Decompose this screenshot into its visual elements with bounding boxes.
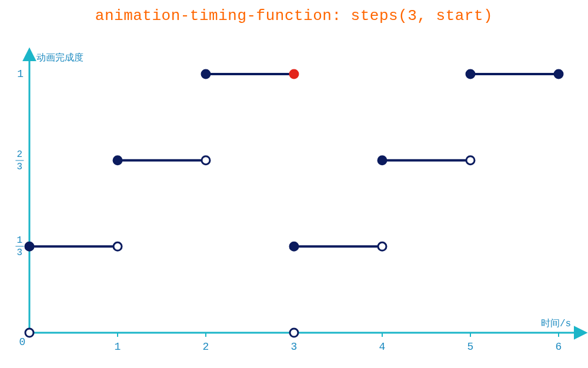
open-point-icon bbox=[202, 156, 210, 165]
open-point-icon bbox=[113, 242, 122, 250]
closed-point-icon bbox=[466, 70, 475, 78]
closed-point-icon bbox=[202, 70, 210, 78]
x-tick-label: 3 bbox=[291, 341, 298, 353]
open-point-icon bbox=[290, 329, 298, 337]
x-tick-label: 6 bbox=[556, 341, 562, 353]
open-point-icon bbox=[378, 242, 386, 250]
closed-point-icon bbox=[554, 70, 563, 78]
x-tick-label: 5 bbox=[467, 341, 474, 353]
closed-point-icon bbox=[25, 242, 34, 250]
x-tick-label: 0 bbox=[19, 336, 26, 348]
y-axis-label: 动画完成度 bbox=[36, 52, 83, 64]
x-tick-label: 1 bbox=[115, 341, 121, 353]
closed-red-point-icon bbox=[290, 70, 298, 78]
y-tick-label: 13 bbox=[15, 236, 24, 257]
closed-point-icon bbox=[290, 242, 298, 250]
x-tick-label: 4 bbox=[379, 341, 386, 353]
closed-point-icon bbox=[378, 156, 386, 165]
chart-area: 时间/s 动画完成度 012345613231 bbox=[0, 0, 588, 368]
open-point-icon bbox=[466, 156, 475, 165]
chart-svg bbox=[0, 0, 588, 368]
y-tick-label: 23 bbox=[15, 149, 24, 171]
y-tick-label: 1 bbox=[17, 69, 24, 79]
x-axis-label: 时间/s bbox=[541, 317, 571, 330]
closed-point-icon bbox=[113, 156, 122, 165]
x-tick-label: 2 bbox=[203, 341, 209, 353]
open-point-icon bbox=[25, 329, 34, 337]
